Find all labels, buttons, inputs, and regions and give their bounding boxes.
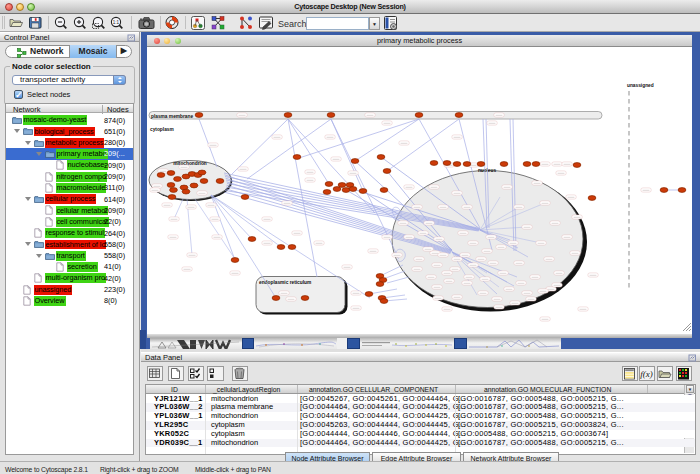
svg-text:1:1: 1:1 (113, 20, 120, 25)
svg-text:cytoplasm: cytoplasm (150, 127, 174, 132)
svg-text:mitochondrion: mitochondrion (173, 161, 207, 166)
svg-text:f(x): f(x) (640, 369, 653, 379)
svg-text:plasma membrane: plasma membrane (151, 114, 193, 119)
svg-text:unassigned: unassigned (627, 83, 654, 88)
